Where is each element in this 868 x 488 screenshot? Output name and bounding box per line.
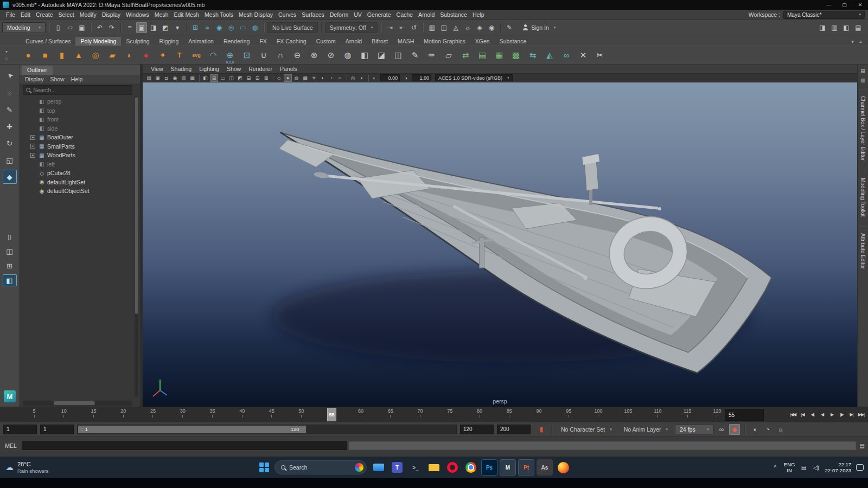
shelf-tab[interactable]: MASH xyxy=(393,37,419,46)
menu-item[interactable]: Edit xyxy=(18,10,33,20)
sidebar-vertical-tab[interactable]: Attribute Editor xyxy=(859,226,866,275)
poly-helix-icon[interactable]: ● xyxy=(138,48,154,62)
notification-center-icon[interactable] xyxy=(856,464,864,471)
modeling-toolkit-tab-icon[interactable]: ▥ xyxy=(859,76,867,85)
colorspace-selector[interactable]: ACES 1.0 SDR-video (sRGB) ▾ xyxy=(435,74,513,81)
weather-widget[interactable]: ☁ 28°C Rain showers xyxy=(5,457,49,478)
svg-tool-icon[interactable]: svg xyxy=(189,48,204,62)
uv-editor-icon[interactable]: ▩ xyxy=(508,48,524,62)
separate-icon[interactable]: ⊘ xyxy=(323,48,339,62)
substance-painter-icon[interactable]: Pt xyxy=(518,459,534,476)
selection-mask-caret-icon[interactable]: ▾ xyxy=(172,22,183,33)
menu-item[interactable]: Modify xyxy=(77,10,99,20)
poly-plane-icon[interactable]: ▰ xyxy=(105,48,120,62)
snap-to-view-plane-icon[interactable]: ▭ xyxy=(238,22,248,33)
step-back-key-button[interactable]: ◀| xyxy=(808,409,817,421)
folder-icon[interactable] xyxy=(426,459,442,476)
menu-item[interactable]: Deform xyxy=(327,10,351,20)
select-by-component-icon[interactable]: ◨ xyxy=(148,22,159,33)
sidebar-channel-box-toggle[interactable]: ◨ xyxy=(817,22,828,33)
shelf-tab[interactable]: Motion Graphics xyxy=(419,37,470,46)
sign-in-button[interactable]: Sign In ▾ xyxy=(522,24,556,31)
expand-toggle-icon[interactable]: + xyxy=(30,144,35,149)
menu-item[interactable]: Edit Mesh xyxy=(171,10,202,20)
shadows-icon[interactable]: ◗ xyxy=(318,74,327,82)
expand-toggle-icon[interactable] xyxy=(30,179,35,184)
menu-item[interactable]: Mesh Display xyxy=(236,10,276,20)
snap-to-grid-icon[interactable]: ⊞ xyxy=(190,22,201,33)
select-tool-icon[interactable]: ➤ xyxy=(0,66,20,86)
clock[interactable]: 22:17 22-07-2023 xyxy=(825,461,851,474)
mel-input[interactable] xyxy=(22,442,347,450)
mirror-icon[interactable]: ⇄ xyxy=(458,48,473,62)
gamma-field[interactable] xyxy=(412,74,431,81)
output-connections-icon[interactable]: ⇤ xyxy=(397,22,407,33)
menu-item[interactable]: Display xyxy=(99,10,123,20)
outliner-search-input[interactable] xyxy=(33,87,129,93)
curve-to-tube-icon[interactable]: ∞ xyxy=(559,48,574,62)
outliner-menu-item[interactable]: Show xyxy=(47,76,67,82)
combine-icon[interactable]: ⊗ xyxy=(307,48,322,62)
play-forwards-button[interactable]: ▶ xyxy=(827,409,837,421)
sidebar-toolbox-toggle[interactable]: ▤ xyxy=(853,22,864,33)
menu-item[interactable]: Help xyxy=(470,10,487,20)
undo-icon[interactable]: ↶ xyxy=(94,22,105,33)
pane-menu-icon[interactable]: ▤ xyxy=(145,74,153,82)
symmetry-selector[interactable]: Symmetry: Off▾ xyxy=(325,22,378,33)
outliner-search[interactable] xyxy=(23,85,132,95)
substance-app-icon[interactable]: As xyxy=(537,459,553,476)
script-editor-icon[interactable]: ▤ xyxy=(858,441,866,450)
four-pane-layout-icon[interactable]: ⊞ xyxy=(3,260,17,272)
open-scene-icon[interactable]: ▱ xyxy=(65,22,75,33)
extrude-icon[interactable]: ◧ xyxy=(357,48,372,62)
viewport-menu-item[interactable]: Shading xyxy=(167,66,196,72)
single-pane-layout-icon[interactable]: ▯ xyxy=(3,230,17,242)
field-chart-icon[interactable]: ⊟ xyxy=(245,74,253,82)
animation-start-field[interactable] xyxy=(3,425,37,434)
menu-item[interactable]: Surfaces xyxy=(299,10,327,20)
textured-icon[interactable]: ▩ xyxy=(301,74,309,82)
poly-torus-icon[interactable]: ◎ xyxy=(88,48,103,62)
menu-item[interactable]: Curves xyxy=(276,10,299,20)
shelf-editor-icon[interactable]: ≡ xyxy=(857,37,865,46)
outliner-item[interactable]: ◧ left xyxy=(20,160,140,169)
outliner-item[interactable]: + ▦ WoodParts xyxy=(20,151,140,160)
expand-toggle-icon[interactable] xyxy=(30,117,35,122)
auto-keyframe-icon[interactable]: ◆ xyxy=(729,424,740,435)
film-gate-icon[interactable]: ▭ xyxy=(219,74,227,82)
launch-arnold-icon[interactable]: ◉ xyxy=(486,22,497,33)
mel-label[interactable]: MEL xyxy=(2,442,20,449)
new-scene-icon[interactable]: ▯ xyxy=(53,22,63,33)
safe-action-icon[interactable]: ⊡ xyxy=(253,74,261,82)
animation-end-field[interactable] xyxy=(497,425,531,434)
teams-icon[interactable]: T xyxy=(389,459,405,476)
save-scene-icon[interactable]: ▣ xyxy=(76,22,87,33)
shelf-tab[interactable]: Substance xyxy=(495,37,532,46)
terminal-icon[interactable]: >_ xyxy=(407,459,424,476)
gamma-icon[interactable]: ◑ xyxy=(402,75,410,81)
live-surface-field[interactable]: No Live Surface xyxy=(267,22,318,33)
shelf-tab[interactable]: Poly Modeling xyxy=(75,37,121,46)
expand-toggle-icon[interactable] xyxy=(30,162,35,166)
shelf-tab[interactable]: XGen xyxy=(470,37,495,46)
restore-button[interactable]: ▢ xyxy=(837,0,852,10)
redo-icon[interactable]: ↷ xyxy=(106,22,117,33)
fps-selector[interactable]: 24 fps▾ xyxy=(675,425,714,434)
select-camera-icon[interactable]: ▣ xyxy=(154,74,162,82)
type-tool-icon[interactable]: T xyxy=(172,48,187,62)
expand-toggle-icon[interactable] xyxy=(30,108,35,113)
uv-planar-map-icon[interactable]: ▤ xyxy=(475,48,490,62)
move-tool-icon[interactable]: ✚ xyxy=(3,119,17,133)
wireframe-icon[interactable]: ◇ xyxy=(275,74,283,82)
viewport-menu-item[interactable]: Panels xyxy=(276,66,301,72)
shelf-tab[interactable]: Rendering xyxy=(219,37,254,46)
step-forward-key-button[interactable]: |▶ xyxy=(837,409,846,421)
anim-preferences-icon[interactable]: ◔ xyxy=(762,424,773,435)
menu-item[interactable]: Mesh Tools xyxy=(202,10,236,20)
use-all-lights-icon[interactable]: ☀ xyxy=(310,74,318,82)
image-plane-icon[interactable]: ⊡ xyxy=(239,48,254,62)
range-slider-bar[interactable]: ∷ 1 120 ∷ xyxy=(78,426,306,433)
two-pane-layout-icon[interactable]: ◫ xyxy=(3,245,17,257)
time-slider[interactable]: 5101520253035404550556065707580859095100… xyxy=(0,407,868,422)
boolean-union-icon[interactable]: ∪ xyxy=(256,48,271,62)
